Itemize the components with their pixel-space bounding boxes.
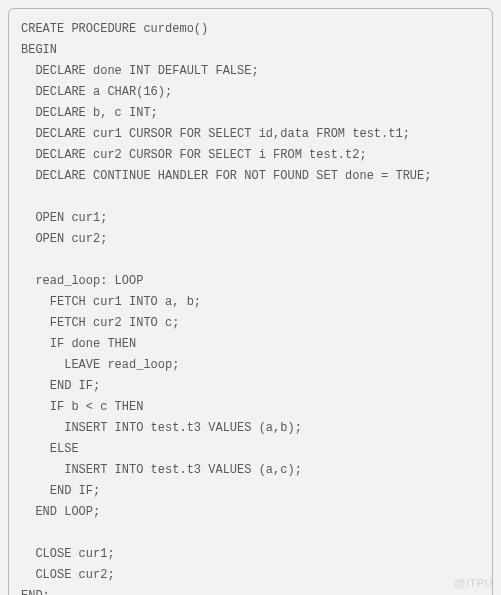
code-content: CREATE PROCEDURE curdemo() BEGIN DECLARE… bbox=[21, 22, 431, 595]
watermark: @ITPU bbox=[454, 577, 493, 589]
code-block: CREATE PROCEDURE curdemo() BEGIN DECLARE… bbox=[8, 8, 493, 595]
